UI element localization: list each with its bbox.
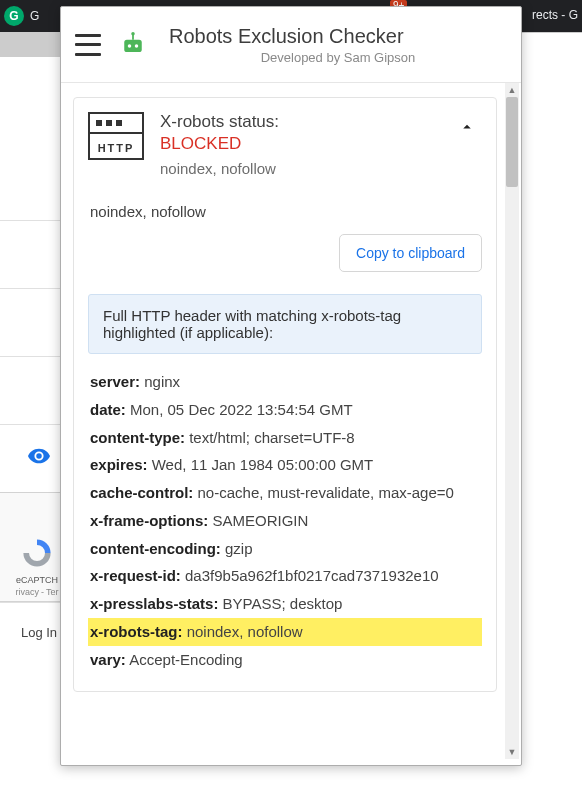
robot-icon xyxy=(119,31,147,59)
header-row: vary: Accept-Encoding xyxy=(88,646,482,674)
header-key: x-request-id: xyxy=(90,567,181,584)
svg-point-2 xyxy=(135,44,139,48)
header-key: server: xyxy=(90,373,140,390)
header-key: x-frame-options: xyxy=(90,512,208,529)
http-icon: HTTP xyxy=(88,112,144,160)
header-row: x-frame-options: SAMEORIGIN xyxy=(88,507,482,535)
status-title: X-robots status: xyxy=(160,112,436,132)
card-header: HTTP X-robots status: BLOCKED noindex, n… xyxy=(88,112,482,177)
header-key: expires: xyxy=(90,456,148,473)
eye-icon xyxy=(28,448,50,469)
header-row-highlighted: x-robots-tag: noindex, nofollow xyxy=(88,618,482,646)
header-value: gzip xyxy=(225,540,253,557)
collapse-button[interactable] xyxy=(452,112,482,142)
menu-button[interactable] xyxy=(75,34,101,56)
extension-popup: Robots Exclusion Checker Developed by Sa… xyxy=(60,6,522,766)
header-row: cache-control: no-cache, must-revalidate… xyxy=(88,479,482,507)
header-row: server: nginx xyxy=(88,368,482,396)
header-key: content-type: xyxy=(90,429,185,446)
header-row: expires: Wed, 11 Jan 1984 05:00:00 GMT xyxy=(88,451,482,479)
popup-title: Robots Exclusion Checker xyxy=(169,25,507,48)
header-key: x-presslabs-stats: xyxy=(90,595,218,612)
header-row: x-request-id: da3f9b5a962f1bf0217cad7371… xyxy=(88,562,482,590)
header-row: date: Mon, 05 Dec 2022 13:54:54 GMT xyxy=(88,396,482,424)
header-row: content-type: text/html; charset=UTF-8 xyxy=(88,424,482,452)
svg-point-1 xyxy=(128,44,132,48)
header-value: SAMEORIGIN xyxy=(213,512,309,529)
info-box: Full HTTP header with matching x-robots-… xyxy=(88,294,482,354)
popup-scroll-area: HTTP X-robots status: BLOCKED noindex, n… xyxy=(71,83,503,759)
header-value: Accept-Encoding xyxy=(129,651,242,668)
xrobots-card: HTTP X-robots status: BLOCKED noindex, n… xyxy=(73,97,497,692)
chevron-up-icon xyxy=(458,118,476,136)
http-icon-label: HTTP xyxy=(90,142,142,154)
popup-scrollbar[interactable]: ▲ ▼ xyxy=(505,83,519,759)
scrollbar-thumb[interactable] xyxy=(506,97,518,187)
header-row: content-encoding: gzip xyxy=(88,535,482,563)
header-value: no-cache, must-revalidate, max-age=0 xyxy=(198,484,454,501)
login-label: Log In xyxy=(21,625,57,640)
scrollbar-down-button[interactable]: ▼ xyxy=(505,745,519,759)
recaptcha-label: eCAPTCH xyxy=(16,575,58,585)
header-value: da3f9b5a962f1bf0217cad7371932e10 xyxy=(185,567,439,584)
header-key: cache-control: xyxy=(90,484,193,501)
tab-text-left: G xyxy=(30,9,39,23)
svg-point-4 xyxy=(131,31,135,35)
header-key: vary: xyxy=(90,651,126,668)
page-right-margin xyxy=(522,57,582,792)
header-value: noindex, nofollow xyxy=(187,623,303,640)
grammarly-icon: G xyxy=(4,6,24,26)
header-key: date: xyxy=(90,401,126,418)
recaptcha-terms[interactable]: Ter xyxy=(46,587,59,597)
detail-directives: noindex, nofollow xyxy=(90,203,482,220)
status-directives: noindex, nofollow xyxy=(160,160,436,177)
status-value: BLOCKED xyxy=(160,134,436,154)
browser-tab-left[interactable]: G G xyxy=(0,6,39,26)
http-headers-list: server: nginxdate: Mon, 05 Dec 2022 13:5… xyxy=(88,368,482,673)
scrollbar-up-button[interactable]: ▲ xyxy=(505,83,519,97)
browser-tab-right[interactable]: rects - G xyxy=(532,8,578,22)
header-value: nginx xyxy=(144,373,180,390)
header-key: content-encoding: xyxy=(90,540,221,557)
recaptcha-icon xyxy=(21,537,53,569)
header-key: x-robots-tag: xyxy=(90,623,183,640)
recaptcha-privacy[interactable]: rivacy xyxy=(15,587,39,597)
header-value: text/html; charset=UTF-8 xyxy=(189,429,354,446)
copy-to-clipboard-button[interactable]: Copy to clipboard xyxy=(339,234,482,272)
popup-header: Robots Exclusion Checker Developed by Sa… xyxy=(61,7,521,83)
popup-body: HTTP X-robots status: BLOCKED noindex, n… xyxy=(61,83,521,765)
header-row: x-presslabs-stats: BYPASS; desktop xyxy=(88,590,482,618)
header-value: Mon, 05 Dec 2022 13:54:54 GMT xyxy=(130,401,353,418)
header-value: BYPASS; desktop xyxy=(223,595,343,612)
popup-subtitle: Developed by Sam Gipson xyxy=(169,50,507,65)
svg-rect-0 xyxy=(124,39,142,51)
header-value: Wed, 11 Jan 1984 05:00:00 GMT xyxy=(152,456,374,473)
